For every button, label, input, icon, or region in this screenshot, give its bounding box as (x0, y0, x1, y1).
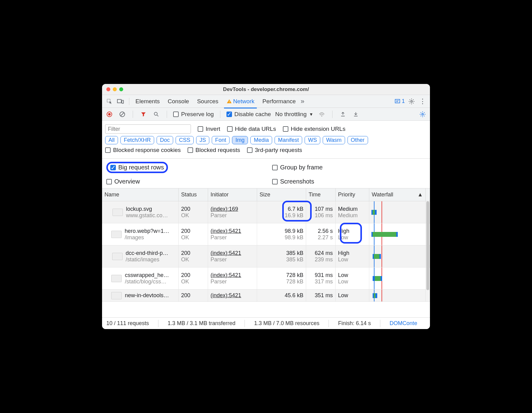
hide-extension-urls-checkbox[interactable]: Hide extension URLs (283, 126, 345, 132)
invert-checkbox[interactable]: Invert (198, 126, 220, 132)
search-icon[interactable] (152, 110, 161, 119)
sort-asc-icon: ▲ (417, 191, 423, 198)
tab-console[interactable]: Console (168, 96, 189, 107)
display-options: ✓Big request rows Group by frame Overvie… (102, 159, 430, 188)
waterfall-cell (369, 223, 426, 245)
chevron-down-icon: ▼ (309, 112, 313, 117)
type-chip-js[interactable]: JS (196, 136, 209, 144)
hide-data-urls-checkbox[interactable]: Hide data URLs (227, 126, 276, 132)
resource-thumb (112, 253, 123, 260)
col-size[interactable]: Size (257, 188, 306, 201)
tab-performance[interactable]: Performance (262, 96, 296, 107)
resource-thumb (111, 292, 122, 299)
col-time[interactable]: Time (306, 188, 336, 201)
scrollbar-thumb[interactable] (426, 201, 429, 290)
svg-rect-1 (117, 99, 121, 103)
download-har-icon[interactable] (352, 110, 360, 119)
resource-path: /images (125, 234, 169, 241)
waterfall-cell (369, 245, 426, 267)
tab-sources[interactable]: Sources (197, 96, 218, 107)
type-chip-fetchxhr[interactable]: Fetch/XHR (120, 136, 154, 144)
tab-network[interactable]: Network (226, 96, 255, 107)
group-by-frame-checkbox[interactable]: Group by frame (272, 162, 426, 173)
initiator-link[interactable]: (index):5421 (211, 272, 254, 278)
type-chip-doc[interactable]: Doc (157, 136, 173, 144)
screenshots-checkbox[interactable]: Screenshots (272, 178, 426, 185)
type-chip-wasm[interactable]: Wasm (323, 136, 345, 144)
resource-name: dcc-end-third-p… (126, 250, 168, 256)
type-chip-all[interactable]: All (105, 136, 118, 144)
inspect-element-icon[interactable] (105, 97, 114, 106)
panel-toolbar: Elements Console Sources Network Perform… (102, 95, 430, 108)
blocked-requests-checkbox[interactable]: Blocked requests (188, 147, 240, 153)
table-row[interactable]: new-in-devtools…200(index):542145.6 kB35… (102, 290, 430, 302)
type-chip-font[interactable]: Font (212, 136, 230, 144)
resource-name: hero.webp?w=1… (125, 228, 169, 234)
status-finish: Finish: 6.14 s (338, 320, 371, 327)
table-row[interactable]: csswrapped_he…/static/blog/css…200OK(ind… (102, 267, 430, 290)
initiator-link[interactable]: (index):5421 (211, 228, 254, 234)
resource-name: new-in-devtools… (125, 292, 169, 299)
window-title: DevTools - developer.chrome.com/ (102, 86, 430, 93)
col-name[interactable]: Name (102, 188, 179, 201)
upload-har-icon[interactable] (339, 110, 347, 119)
waterfall-cell (369, 267, 426, 289)
preserve-log-checkbox[interactable]: Preserve log (173, 111, 214, 118)
type-chip-media[interactable]: Media (250, 136, 272, 144)
col-status[interactable]: Status (179, 188, 208, 201)
col-priority[interactable]: Priority (336, 188, 369, 201)
more-tabs-icon[interactable]: » (298, 97, 307, 106)
kebab-menu-icon[interactable]: ⋮ (418, 97, 427, 106)
tab-elements[interactable]: Elements (135, 96, 160, 107)
device-toolbar-icon[interactable] (116, 97, 125, 106)
traffic-lights (106, 87, 123, 91)
disable-cache-checkbox[interactable]: ✓Disable cache (226, 111, 271, 118)
table-header: Name Status Initiator Size Time Priority… (102, 188, 430, 201)
network-conditions-icon[interactable] (317, 110, 326, 119)
clear-button[interactable] (118, 110, 127, 119)
big-request-rows-checkbox[interactable]: ✓Big request rows (110, 164, 164, 171)
table-row[interactable]: lockup.svgwww.gstatic.co…200OK(index):16… (102, 201, 430, 223)
throttling-select[interactable]: No throttling ▼ (275, 111, 313, 118)
status-resources: 1.3 MB / 7.0 MB resources (254, 320, 319, 327)
settings-icon[interactable] (407, 97, 416, 106)
type-chip-ws[interactable]: WS (305, 136, 320, 144)
filter-icon[interactable] (139, 110, 148, 119)
maximize-window-button[interactable] (119, 87, 123, 91)
type-chip-other[interactable]: Other (348, 136, 368, 144)
issues-count: 1 (402, 98, 405, 104)
type-chip-img[interactable]: Img (232, 136, 248, 144)
blocked-cookies-checkbox[interactable]: Blocked response cookies (105, 147, 181, 153)
status-bar: 10 / 111 requests 1.3 MB / 3.1 MB transf… (102, 317, 430, 329)
third-party-checkbox[interactable]: 3rd-party requests (247, 147, 302, 153)
type-chip-css[interactable]: CSS (176, 136, 194, 144)
filter-input[interactable] (105, 124, 191, 134)
col-initiator[interactable]: Initiator (208, 188, 257, 201)
resource-thumb (112, 209, 123, 216)
col-waterfall[interactable]: Waterfall▲ (369, 188, 426, 201)
network-settings-icon[interactable] (418, 110, 427, 119)
waterfall-cell (369, 201, 426, 223)
titlebar: DevTools - developer.chrome.com/ (102, 84, 430, 95)
table-row[interactable]: hero.webp?w=1…/images200OK(index):5421Pa… (102, 223, 430, 245)
table-row[interactable]: dcc-end-third-p…/static/images200OK(inde… (102, 245, 430, 267)
initiator-link[interactable]: (index):5421 (211, 292, 254, 299)
svg-rect-5 (395, 99, 400, 103)
initiator-link[interactable]: (index):169 (211, 206, 254, 212)
svg-point-15 (321, 115, 323, 116)
svg-line-14 (157, 115, 158, 116)
initiator-link[interactable]: (index):5421 (211, 250, 254, 256)
svg-rect-3 (229, 100, 230, 102)
network-table: Name Status Initiator Size Time Priority… (102, 188, 430, 317)
devtools-window: DevTools - developer.chrome.com/ Element… (102, 84, 430, 329)
type-chip-manifest[interactable]: Manifest (275, 136, 302, 144)
close-window-button[interactable] (106, 87, 110, 91)
issues-button[interactable]: 1 (394, 98, 405, 104)
minimize-window-button[interactable] (113, 87, 117, 91)
svg-point-18 (422, 113, 424, 115)
status-domcontent[interactable]: DOMConte (390, 320, 417, 327)
overview-checkbox[interactable]: Overview (106, 178, 260, 185)
warning-icon (226, 99, 232, 104)
resource-path: www.gstatic.co… (126, 212, 168, 219)
record-button[interactable] (105, 110, 114, 119)
